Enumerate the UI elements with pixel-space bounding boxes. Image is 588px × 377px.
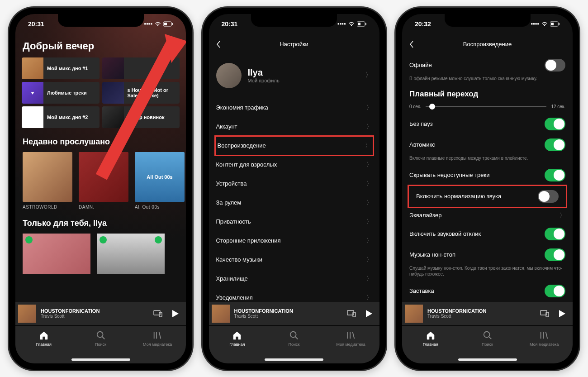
toggle[interactable] — [545, 228, 565, 240]
settings-row-6[interactable]: Приватность〉 — [209, 212, 379, 231]
row-label: Скрывать недоступные треки — [409, 172, 490, 178]
svg-rect-2 — [172, 23, 173, 25]
playback-row[interactable]: Автомикс — [402, 134, 573, 155]
playback-row[interactable]: Заставка — [402, 281, 573, 301]
toggle[interactable] — [545, 118, 565, 130]
toggle-offline[interactable] — [545, 59, 565, 72]
album-allout[interactable]: All Out 00sAl. Out 00s — [135, 152, 185, 210]
home-indicator[interactable] — [71, 358, 130, 361]
back-button[interactable] — [216, 40, 221, 50]
home-indicator[interactable] — [265, 358, 323, 361]
playback-row[interactable]: Включить звуковой отклик — [402, 224, 573, 244]
row-label: Без пауз — [409, 120, 433, 127]
np-artwork — [18, 305, 36, 323]
tile-house[interactable]: s House Is Not or Sale (Deluxe) — [102, 82, 180, 104]
devices-icon[interactable] — [539, 308, 550, 319]
tile-2[interactable] — [102, 57, 180, 79]
play-icon[interactable] — [366, 310, 372, 317]
row-offline[interactable]: Офлайн — [402, 55, 573, 76]
home-indicator[interactable] — [458, 358, 517, 361]
album-damn[interactable]: DAMN. — [79, 152, 128, 210]
playlist-row — [15, 234, 186, 274]
settings-row-9[interactable]: Хранилище〉 — [209, 269, 379, 288]
row-label: Воспроизведение — [218, 142, 266, 149]
playback-row[interactable]: Скрывать недоступные треки — [402, 165, 573, 186]
playback-row[interactable]: Эквалайзер〉 — [402, 207, 573, 224]
svg-rect-25 — [551, 23, 554, 25]
crossfade-slider[interactable]: 0 сек. 12 сек. — [402, 102, 573, 114]
toggle[interactable] — [545, 169, 565, 181]
crossfade-heading: Плавный переход — [402, 85, 573, 102]
foryou-heading: Только для тебя, Ilya — [15, 210, 186, 234]
play-icon[interactable] — [559, 310, 565, 317]
spotify-badge-icon — [25, 236, 33, 243]
slider-thumb[interactable] — [429, 104, 435, 110]
tile-mix2[interactable]: Мой микс дня #2 — [22, 106, 100, 128]
now-playing-bar[interactable]: HOUSTONFORNICATION Travis Scott — [15, 302, 186, 325]
home-icon — [426, 330, 436, 340]
settings-row-1[interactable]: Аккаунт〉 — [209, 117, 379, 136]
search-icon — [289, 330, 299, 340]
devices-icon[interactable] — [346, 308, 357, 319]
profile-sub: Мой профиль — [248, 78, 359, 83]
play-icon[interactable] — [172, 310, 179, 317]
settings-row-0[interactable]: Экономия трафика〉 — [209, 98, 379, 117]
settings-row-8[interactable]: Качество музыки〉 — [209, 250, 379, 269]
tab-home[interactable]: Главная — [209, 326, 266, 363]
profile-row[interactable]: Ilya Мой профиль 〉 — [209, 55, 379, 98]
search-icon — [483, 330, 493, 340]
toggle[interactable] — [545, 138, 565, 151]
tab-search[interactable]: Поиск — [266, 326, 322, 363]
tab-library[interactable]: Моя медиатека — [129, 326, 186, 363]
home-icon — [39, 330, 49, 340]
toggle[interactable] — [545, 248, 565, 261]
library-icon — [152, 330, 162, 340]
row-label: Включить звуковой отклик — [409, 230, 481, 237]
status-icons: ▪▪▪▪ — [144, 20, 173, 27]
settings-row-3[interactable]: Контент для взрослых〉 — [209, 155, 379, 174]
np-artist: Travis Scott — [427, 314, 535, 319]
signal-icon: ▪▪▪▪ — [144, 20, 152, 27]
playback-row[interactable]: Музыка нон-стоп — [402, 244, 573, 265]
toggle[interactable] — [545, 285, 565, 297]
playback-row[interactable]: Включить нормализацию звука — [408, 185, 567, 208]
settings-topbar: Настройки — [209, 34, 379, 55]
settings-row-2[interactable]: Воспроизведение〉 — [214, 135, 374, 156]
row-label: Офлайн — [409, 62, 432, 68]
quick-tiles: Мой микс дня #1 ♥Любимые треки s House I… — [15, 57, 186, 128]
svg-rect-28 — [546, 312, 549, 317]
wifi-icon — [154, 21, 161, 27]
phone-settings: 20:31 ▪▪▪▪ Настройки Ilya Мой профиль 〉 … — [203, 8, 386, 370]
tile-mix1[interactable]: Мой микс дня #1 — [22, 57, 100, 79]
tab-home[interactable]: Главная — [402, 326, 459, 363]
signal-icon: ▪▪▪▪ — [337, 20, 346, 27]
slider-min: 0 сек. — [409, 104, 421, 109]
tab-library[interactable]: Моя медиатека — [516, 326, 573, 363]
settings-row-7[interactable]: Сторонние приложения〉 — [209, 231, 379, 250]
playlist-1[interactable] — [23, 234, 90, 274]
svg-rect-18 — [353, 312, 356, 317]
library-icon — [539, 330, 549, 340]
tile-liked[interactable]: ♥Любимые треки — [22, 82, 100, 104]
svg-line-7 — [102, 336, 104, 339]
settings-row-5[interactable]: За рулем〉 — [209, 193, 379, 212]
now-playing-bar[interactable]: HOUSTONFORNICATION Travis Scott — [209, 302, 379, 325]
toggle[interactable] — [538, 190, 559, 203]
tab-search[interactable]: Поиск — [72, 326, 129, 363]
svg-rect-1 — [164, 23, 167, 25]
svg-line-20 — [295, 336, 298, 339]
settings-row-4[interactable]: Устройства〉 — [209, 174, 379, 193]
tile-radar[interactable]: Радар новинок — [102, 106, 180, 128]
album-astroworld[interactable]: ASTROWORLD — [23, 152, 72, 210]
now-playing-bar[interactable]: HOUSTONFORNICATION Travis Scott — [402, 302, 573, 325]
svg-point-6 — [97, 331, 103, 337]
playback-row[interactable]: Без пауз — [402, 114, 573, 134]
row-label: Качество музыки — [216, 256, 262, 263]
playlist-2[interactable] — [97, 234, 165, 274]
slider-track[interactable] — [426, 106, 546, 107]
back-button[interactable] — [409, 40, 414, 50]
tab-library[interactable]: Моя медиатека — [322, 326, 379, 363]
tab-search[interactable]: Поиск — [459, 326, 516, 363]
tab-home[interactable]: Главная — [15, 326, 72, 363]
devices-icon[interactable] — [152, 308, 163, 319]
